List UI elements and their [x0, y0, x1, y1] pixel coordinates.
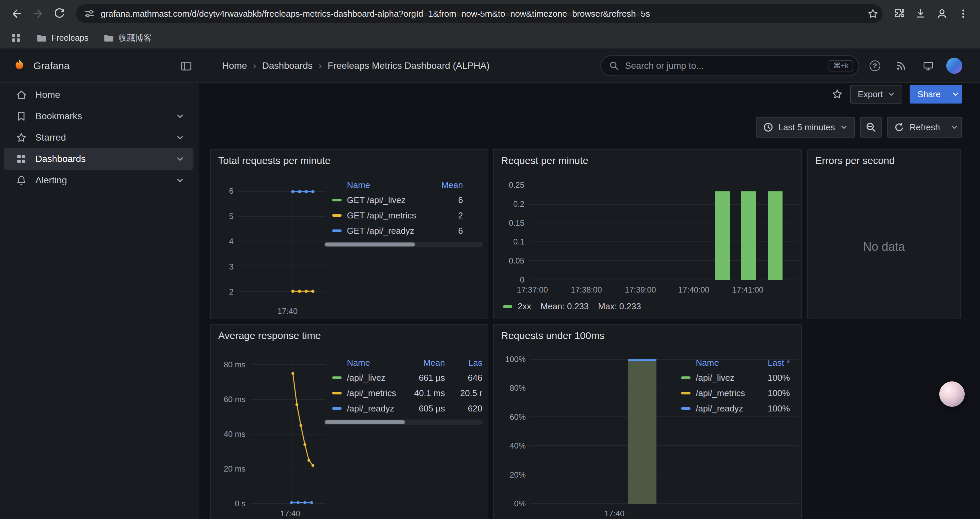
- search-input[interactable]: Search or jump to... ⌘+k: [600, 56, 859, 76]
- chevron-down-icon[interactable]: [176, 176, 184, 184]
- folder-icon: [36, 32, 47, 43]
- series-name[interactable]: /api/_metrics: [347, 388, 396, 398]
- y-tick-label: 80%: [499, 383, 526, 393]
- legend-scrollbar[interactable]: [323, 420, 483, 425]
- panel-average-response-time: Average response time 80 ms60 ms40 ms20 …: [210, 324, 488, 519]
- series-color-dash: [332, 407, 342, 410]
- series-name[interactable]: /api/_livez: [347, 373, 386, 383]
- y-tick-label: 0 s: [215, 499, 245, 508]
- series-name[interactable]: /api/_readyz: [696, 404, 743, 414]
- y-axis: 65432: [215, 186, 234, 297]
- sidebar-item-alerting[interactable]: Alerting: [4, 170, 194, 191]
- y-tick-label: 6: [215, 186, 234, 196]
- legend-row: /api/_livez661 µs646: [332, 370, 482, 385]
- legend-column-header[interactable]: Las: [445, 358, 482, 368]
- export-button[interactable]: Export: [850, 85, 902, 104]
- user-avatar[interactable]: [946, 57, 963, 74]
- brand[interactable]: Grafana: [12, 49, 69, 83]
- floating-avatar[interactable]: [939, 382, 965, 407]
- legend-column-header[interactable]: Name: [332, 358, 405, 368]
- share-dropdown-button[interactable]: [949, 85, 962, 104]
- dashboard-canvas: Export Share Last 5 minutes Refresh: [199, 83, 980, 519]
- y-tick-label: 60 ms: [215, 395, 245, 404]
- legend-row: /api/_metrics100%: [681, 385, 790, 401]
- url-text: grafana.mathmast.com/d/deytv4rwavabkb/fr…: [101, 9, 861, 19]
- breadcrumb: Home › Dashboards › Freeleaps Metrics Da…: [222, 49, 490, 83]
- legend-column-header[interactable]: Name: [332, 180, 423, 190]
- refresh-button[interactable]: Refresh: [888, 118, 947, 137]
- legend-column-header[interactable]: Mean: [405, 358, 445, 368]
- bookmark-folder-freeleaps[interactable]: Freeleaps: [36, 32, 88, 43]
- legend-row: /api/_readyz100%: [681, 401, 790, 416]
- reload-button[interactable]: [49, 4, 69, 24]
- series-name[interactable]: 2xx: [518, 301, 531, 311]
- series-value: 2: [423, 211, 463, 221]
- series-name[interactable]: GET /api/_livez: [347, 195, 406, 205]
- share-button[interactable]: Share: [910, 85, 949, 104]
- legend-column-header[interactable]: Mean: [423, 180, 463, 190]
- panel-total-requests-per-minute: Total requests per minute 65432 17:40 Na…: [210, 149, 488, 319]
- panel-title[interactable]: Average response time: [218, 330, 321, 341]
- breadcrumb-home[interactable]: Home: [222, 61, 247, 71]
- series-value: 661 µs: [405, 373, 445, 383]
- downloads-icon[interactable]: [911, 4, 931, 24]
- series-color-dash: [503, 305, 512, 308]
- url-bar[interactable]: grafana.mathmast.com/d/deytv4rwavabkb/fr…: [76, 4, 883, 23]
- series-value: 20.5 r: [445, 388, 482, 398]
- search-placeholder: Search or jump to...: [625, 61, 822, 71]
- sidebar-item-starred[interactable]: Starred: [4, 127, 194, 148]
- series-color-dash: [681, 392, 690, 394]
- bookmark-star-icon[interactable]: [867, 8, 878, 19]
- sidebar-toggle-button[interactable]: [177, 57, 195, 75]
- chevron-down-icon[interactable]: [176, 134, 184, 142]
- series-name[interactable]: /api/_livez: [696, 373, 735, 383]
- refresh-split-button: Refresh: [887, 117, 962, 137]
- legend-column-header[interactable]: Last *: [751, 358, 790, 368]
- legend-scrollbar[interactable]: [323, 242, 483, 247]
- search-icon: [609, 61, 619, 71]
- y-tick-label: 0%: [499, 499, 526, 508]
- chevron-down-icon[interactable]: [176, 155, 184, 163]
- refresh-interval-dropdown[interactable]: [947, 118, 961, 137]
- menu-icon[interactable]: [953, 4, 973, 24]
- profile-icon[interactable]: [932, 4, 952, 24]
- sidebar-item-dashboards[interactable]: Dashboards: [4, 148, 194, 170]
- scrollbar-thumb[interactable]: [325, 243, 415, 246]
- site-info-icon[interactable]: [84, 8, 95, 19]
- panel-title[interactable]: Total requests per minute: [218, 155, 331, 166]
- legend-table: NameMeanLas/api/_livez661 µs646/api/_met…: [332, 355, 482, 416]
- news-rss-icon[interactable]: [892, 57, 909, 74]
- back-button[interactable]: [7, 4, 27, 24]
- bookmark-folder-blogs[interactable]: 收藏博客: [103, 32, 152, 43]
- share-split-button: Share: [910, 85, 962, 104]
- legend-column-header[interactable]: Name: [681, 358, 751, 368]
- x-tick-label: 17:40:00: [671, 285, 716, 295]
- panel-title[interactable]: Errors per second: [815, 155, 895, 166]
- extensions-icon[interactable]: [889, 4, 909, 24]
- panel-requests-under-100ms: Requests under 100ms 100%80%60%40%20%0% …: [493, 324, 802, 519]
- sidebar-item-home[interactable]: Home: [4, 84, 194, 105]
- favorite-star-icon[interactable]: [832, 88, 843, 100]
- y-tick-label: 80 ms: [215, 360, 245, 369]
- breadcrumb-dashboards[interactable]: Dashboards: [262, 61, 313, 71]
- forward-button[interactable]: [28, 4, 48, 24]
- sidebar-item-label: Starred: [35, 132, 66, 143]
- chevron-down-icon[interactable]: [176, 112, 184, 120]
- legend-row: /api/_readyz605 µs620: [332, 401, 482, 416]
- panel-title[interactable]: Requests under 100ms: [501, 330, 605, 341]
- y-tick-label: 20 ms: [215, 464, 245, 474]
- y-tick-label: 20%: [499, 470, 526, 480]
- grafana-logo: [12, 58, 27, 73]
- series-name[interactable]: GET /api/_readyz: [347, 226, 414, 236]
- series-name[interactable]: GET /api/_metrics: [347, 211, 416, 221]
- help-icon[interactable]: ?: [867, 57, 883, 74]
- breadcrumb-separator: ›: [253, 61, 256, 71]
- zoom-out-button[interactable]: [860, 117, 881, 137]
- series-name[interactable]: /api/_readyz: [347, 404, 394, 414]
- time-range-picker[interactable]: Last 5 minutes: [756, 117, 855, 137]
- scrollbar-thumb[interactable]: [325, 420, 405, 424]
- display-icon[interactable]: [920, 57, 937, 74]
- series-name[interactable]: /api/_metrics: [696, 388, 745, 398]
- sidebar-item-bookmarks[interactable]: Bookmarks: [4, 105, 194, 127]
- apps-grid-icon[interactable]: [11, 32, 21, 43]
